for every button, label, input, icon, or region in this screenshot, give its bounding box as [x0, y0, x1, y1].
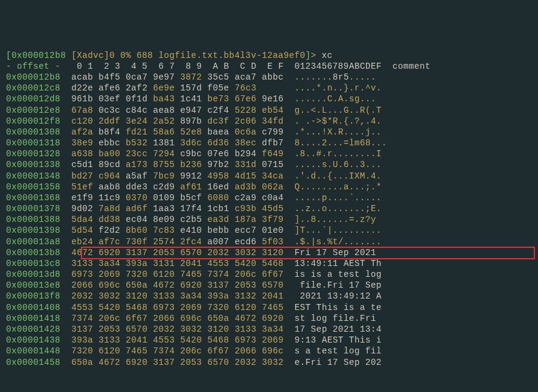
- hex-row: 0x00001428 3137 2053 6570 2032 3032 3120…: [6, 324, 532, 335]
- prompt-gt: >: [311, 51, 322, 60]
- ascii-segment: st log file.Fri: [295, 314, 382, 323]
- hex-row: 0x00001328 a638 ba00 23cc 7294 c9bc 07e6…: [6, 148, 532, 159]
- header-offset-label: - offset -: [6, 62, 71, 71]
- ascii-segment: .$.|s.%t/.......: [295, 237, 382, 247]
- row-address: 0x000012e8: [6, 106, 71, 115]
- prompt-bracket: [: [6, 51, 11, 60]
- row-address: 0x000013a8: [6, 237, 71, 247]
- hex-row: 0x000013b8 4672 6920 3137 2053 6570 2032…: [6, 247, 532, 258]
- row-address: 0x00001318: [6, 138, 71, 148]
- row-address: 0x000013c8: [6, 259, 71, 268]
- ascii-segment: Q........a...;.*: [295, 182, 382, 192]
- ascii-segment: 8r5: [333, 72, 349, 82]
- row-address: 0x00001438: [6, 335, 71, 345]
- prompt-line[interactable]: [0x000012b8 [Xadvc]0 0% 688 logfile.txt.…: [6, 50, 532, 61]
- ascii-segment: ....*.n..}.r.^v.: [295, 83, 382, 93]
- ascii-segment: ]T...`|.........: [295, 226, 382, 235]
- hex-row: 0x00001338 c5d1 89cd a173 8755 b236 97b2…: [6, 159, 532, 170]
- ascii-segment: .8..#.r........I: [295, 149, 382, 159]
- ascii-segment: 13:49:11 AEST Th: [295, 259, 382, 268]
- hex-row: 0x00001418 7374 206c 6f67 2066 696c 650a…: [6, 313, 532, 324]
- hex-row: 0x000012d8 961b 03ef 0f1d ba43 1c41 be73…: [6, 93, 532, 104]
- ascii-segment: file.Fri 17 Sep: [295, 280, 382, 290]
- row-address: 0x00001408: [6, 303, 71, 312]
- hex-row: 0x00001378 9d02 7a8d ad6f 1aa3 17f4 1cb1…: [6, 203, 532, 214]
- row-address: 0x00001338: [6, 160, 71, 169]
- row-address: 0x00001418: [6, 314, 71, 323]
- row-address: 0x00001448: [6, 346, 71, 356]
- ascii-segment: e.Fri 17 Sep 202: [295, 358, 382, 367]
- hex-row: 0x00001448 7320 6120 7465 7374 206c 6f67…: [6, 346, 532, 356]
- ascii-segment: . .->$*R.{.?,.4.: [295, 116, 382, 126]
- row-address: 0x000012d8: [6, 94, 71, 104]
- ascii-segment: .....: [349, 72, 376, 82]
- hex-row: 0x00001438 393a 3133 2041 4553 5420 5468…: [6, 335, 532, 346]
- header-columns: 0 1 2 3 4 5 6 7 8 9 A B C D E F 01234567…: [71, 62, 431, 71]
- ascii-segment: 8....2...=lm68...: [295, 138, 387, 148]
- prompt-command[interactable]: xc: [322, 51, 333, 60]
- row-address: 0x00001308: [6, 127, 71, 137]
- hex-row: 0x00001308 af2a b8f4 fd21 58a6 52e8 baea…: [6, 127, 532, 138]
- row-address: 0x000012c8: [6, 83, 71, 93]
- hex-row: 0x00001458 650a 4672 6920 3137 2053 6570…: [6, 357, 532, 368]
- ascii-segment: 2021 13:49:12 A: [295, 291, 382, 301]
- hexdump-viewer: [0x000012b8 [Xadvc]0 0% 688 logfile.txt.…: [6, 50, 532, 368]
- hex-row: 0x000012e8 67a8 0c3c c84c aea8 e947 c2f4…: [6, 105, 532, 116]
- hex-row: 0x00001388 5da4 dd38 ec04 8e09 c2b5 ea3d…: [6, 214, 532, 225]
- ascii-segment: ]..8......=.z?y: [295, 215, 376, 224]
- ascii-segment: EST This is a te: [295, 303, 382, 312]
- hex-row: 0x00001348 bd27 c964 a5af 7bc9 9912 4958…: [6, 171, 532, 182]
- hex-row: 0x000013a8 eb24 af7c 730f 2574 2fc4 a007…: [6, 236, 532, 247]
- ascii-segment: .....s.U.6..3...: [295, 160, 382, 169]
- ascii-segment: 9:13 AEST This i: [295, 335, 382, 345]
- row-address: 0x00001368: [6, 193, 71, 203]
- hex-row: 0x00001398 5d54 f2d2 8b60 7c83 e410 bebb…: [6, 225, 532, 236]
- hex-row: 0x000013c8 3133 3a34 393a 3131 2041 4553…: [6, 258, 532, 269]
- ascii-segment: ......C.A.sg...: [295, 94, 376, 104]
- row-address: 0x00001398: [6, 226, 71, 235]
- row-address: 0x000012b8: [6, 72, 71, 82]
- hex-row: 0x000013d8 6973 2069 7320 6120 7465 7374…: [6, 269, 532, 280]
- hex-row: 0x00001358 51ef aab8 dde3 c2d9 af61 16ed…: [6, 182, 532, 192]
- hex-row: 0x000012b8 acab b4f5 0ca7 9e97 3872 35c5…: [6, 72, 532, 83]
- row-address: 0x000012f8: [6, 116, 71, 126]
- prompt-address: 0x000012b8: [11, 51, 66, 60]
- ascii-segment: s a test log fil: [295, 346, 382, 356]
- row-address: 0x00001388: [6, 215, 71, 224]
- hex-row: 0x000013e8 2066 696c 650a 4672 6920 3137…: [6, 280, 532, 291]
- row-address: 0x00001378: [6, 204, 71, 213]
- row-address: 0x000013b8: [6, 248, 71, 258]
- hex-row: 0x000013f8 2032 3032 3120 3133 3a34 393a…: [6, 291, 532, 302]
- ascii-segment: Fri 17 Sep 2021: [295, 248, 382, 258]
- hex-row: 0x00001368 e1f9 11c9 0370 0109 b5cf 6080…: [6, 192, 532, 203]
- row-address: 0x00001428: [6, 324, 71, 334]
- row-address: 0x00001348: [6, 171, 71, 181]
- ascii-segment: ..z..o.......;E.: [295, 204, 382, 213]
- column-header: - offset - 0 1 2 3 4 5 6 7 8 9 A B C D E…: [6, 61, 532, 72]
- ascii-segment: .....p....`.....: [295, 193, 382, 203]
- ascii-segment: 17 Sep 2021 13:4: [295, 324, 382, 334]
- ascii-segment: is is a test log: [295, 270, 382, 279]
- hex-row: 0x00001408 4553 5420 5468 6973 2069 7320…: [6, 302, 532, 313]
- prompt-bracket: ]: [306, 51, 311, 60]
- ascii-segment: g..<.L...G..R(.T: [295, 106, 382, 115]
- hex-row: 0x000012f8 c120 2ddf 3e24 2a52 897b dc3f…: [6, 116, 532, 127]
- row-address: 0x00001328: [6, 149, 71, 159]
- row-address: 0x000013e8: [6, 280, 71, 290]
- row-address: 0x000013f8: [6, 291, 71, 301]
- row-address: 0x000013d8: [6, 270, 71, 279]
- ascii-segment: .......: [295, 72, 333, 82]
- row-address: 0x00001458: [6, 358, 71, 367]
- hex-row: 0x000012c8 d22e afe6 2af2 6e9e 157d f05e…: [6, 83, 532, 93]
- ascii-segment: .*...!X.R....j..: [295, 127, 382, 137]
- row-address: 0x00001358: [6, 182, 71, 192]
- hex-row: 0x00001318 38e9 ebbc b532 1381 3d6c 6d36…: [6, 138, 532, 148]
- prompt-context: [Xadvc]0 0% 688 logfile.txt.bb4l3v-12aa9…: [66, 51, 306, 60]
- ascii-segment: .'.d..{...IXM.4.: [295, 171, 382, 181]
